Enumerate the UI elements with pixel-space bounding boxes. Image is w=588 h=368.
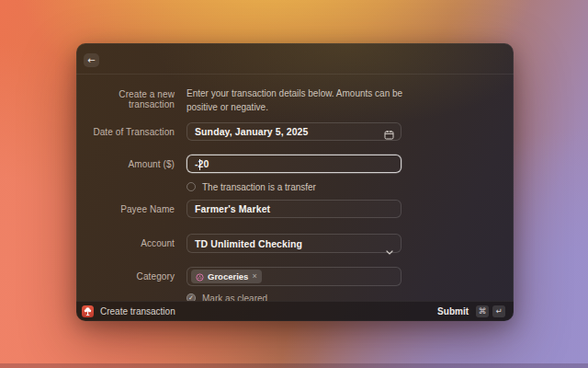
lunch-money-app-icon — [82, 305, 94, 317]
form-content: Create a new transaction Enter your tran… — [76, 75, 514, 301]
chevron-down-icon — [386, 242, 393, 259]
cleared-checkbox[interactable]: ✓ — [187, 293, 196, 301]
window-footer: Create transaction Submit ⌘ ↵ — [76, 301, 514, 321]
back-arrow-icon: ← — [87, 56, 95, 65]
footer-command-title: Create transaction — [100, 306, 175, 316]
account-value: TD Unlimited Checking — [195, 238, 302, 249]
payee-value: Farmer's Market — [195, 203, 270, 214]
create-transaction-window: ← Create a new transaction Enter your tr… — [76, 43, 514, 321]
category-tag-name: Groceries — [208, 271, 248, 282]
command-key-icon: ⌘ — [476, 305, 489, 317]
return-key-icon: ↵ — [492, 305, 505, 317]
transfer-checkbox-label[interactable]: The transaction is a transfer — [202, 182, 316, 192]
account-select[interactable]: TD Unlimited Checking — [187, 234, 401, 253]
category-tag: Groceries × — [191, 270, 262, 283]
amount-value: -20 — [195, 158, 209, 169]
account-row: Account TD Unlimited Checking — [76, 234, 514, 253]
transfer-row: ✓ The transaction is a transfer — [76, 181, 514, 192]
date-value: Sunday, January 5, 2025 — [195, 126, 309, 137]
category-picker[interactable]: Groceries × — [187, 267, 401, 286]
payee-input[interactable]: Farmer's Market — [187, 200, 401, 218]
amount-label: Amount ($) — [76, 159, 175, 169]
submit-label: Submit — [437, 306, 469, 316]
remove-tag-icon[interactable]: × — [252, 272, 256, 281]
amount-row: Amount ($) -20 — [76, 155, 514, 173]
amount-input[interactable]: -20 — [187, 155, 401, 173]
date-label: Date of Transaction — [76, 127, 175, 137]
payee-label: Payee Name — [76, 204, 175, 214]
date-field[interactable]: Sunday, January 5, 2025 — [187, 122, 401, 141]
date-row: Date of Transaction Sunday, January 5, 2… — [76, 122, 514, 141]
back-button[interactable]: ← — [84, 53, 99, 67]
intro-description: Enter your transaction details below. Am… — [187, 86, 407, 114]
intro-label: Create a new transaction — [76, 86, 175, 109]
calendar-icon[interactable] — [384, 127, 394, 144]
category-label: Category — [76, 271, 175, 282]
window-header: ← — [76, 43, 514, 75]
cleared-row: ✓ Mark as cleared — [76, 293, 514, 301]
cleared-checkbox-label[interactable]: Mark as cleared — [202, 293, 267, 302]
submit-button[interactable]: Submit ⌘ ↵ — [437, 305, 505, 317]
text-caret — [199, 159, 200, 170]
payee-row: Payee Name Farmer's Market — [76, 200, 514, 218]
form-intro-row: Create a new transaction Enter your tran… — [76, 86, 514, 114]
category-dot-icon — [196, 269, 204, 285]
account-label: Account — [76, 238, 175, 248]
category-row: Category Groceries × — [76, 267, 514, 286]
desktop-wallpaper: ← Create a new transaction Enter your tr… — [0, 0, 588, 368]
transfer-checkbox[interactable]: ✓ — [187, 182, 196, 191]
